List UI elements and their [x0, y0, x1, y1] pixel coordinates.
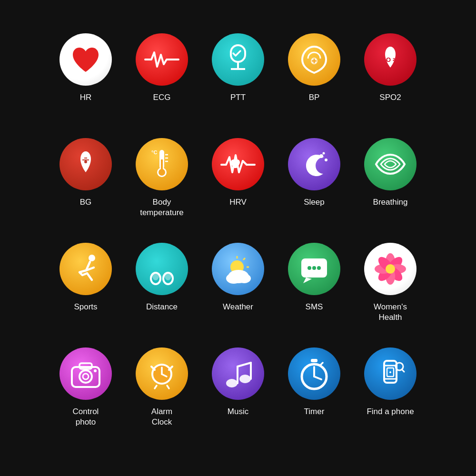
label-controlphoto: Control photo	[73, 407, 99, 427]
svg-point-35	[307, 266, 311, 270]
svg-text:°C: °C	[151, 149, 157, 155]
label-findphone: Find a phone	[367, 407, 414, 417]
svg-point-26	[165, 272, 171, 280]
label-bg: BG	[80, 197, 92, 208]
label-ptt: PTT	[230, 92, 246, 103]
svg-line-68	[314, 377, 321, 379]
label-bp: BP	[309, 92, 320, 103]
heart-icon-circle[interactable]	[60, 33, 112, 86]
timer-icon-circle[interactable]	[288, 347, 340, 400]
ptt-icon-circle[interactable]	[212, 33, 264, 86]
sms-icon-circle[interactable]	[288, 243, 340, 295]
svg-point-49	[79, 370, 92, 383]
label-hrv: HRV	[229, 197, 247, 208]
item-bg[interactable]: BG	[48, 133, 124, 238]
flower-icon-circle[interactable]	[364, 243, 416, 295]
svg-point-12	[159, 169, 165, 176]
item-bp[interactable]: BP	[276, 29, 352, 133]
label-timer: Timer	[304, 407, 325, 417]
label-spo2: SPO2	[379, 92, 401, 103]
label-womenshealth: Women's Health	[374, 302, 407, 323]
svg-point-17	[319, 154, 323, 158]
app-grid: HRECG PTT BP O 2 SPO2 BG	[38, 19, 438, 457]
item-hr[interactable]: HR	[48, 29, 124, 133]
svg-point-46	[386, 264, 395, 274]
item-womenshealth[interactable]: Women's Health	[352, 238, 428, 343]
label-weather: Weather	[223, 302, 253, 312]
label-hr: HR	[80, 92, 92, 103]
svg-point-51	[94, 369, 97, 372]
thermometer-icon-circle[interactable]: °C	[136, 138, 188, 190]
svg-point-19	[323, 152, 325, 155]
svg-point-18	[325, 159, 327, 161]
label-distance: Distance	[146, 302, 178, 312]
item-sms[interactable]: SMS	[276, 238, 352, 343]
item-distance[interactable]: Distance	[124, 238, 200, 343]
item-timer[interactable]: Timer	[276, 343, 352, 447]
label-music: Music	[228, 407, 248, 417]
svg-line-30	[243, 258, 245, 260]
label-alarmclock: Alarm Clock	[151, 407, 172, 427]
label-sleep: Sleep	[304, 197, 324, 208]
item-music[interactable]: Music	[200, 343, 276, 447]
item-controlphoto[interactable]: Control photo	[48, 343, 124, 447]
svg-line-58	[155, 386, 157, 388]
item-sleep[interactable]: Sleep	[276, 133, 352, 238]
item-sports[interactable]: Sports	[48, 238, 124, 343]
item-breathing[interactable]: Breathing	[352, 133, 428, 238]
item-spo2[interactable]: O 2 SPO2	[352, 29, 428, 133]
camera-icon-circle[interactable]	[60, 347, 112, 400]
sleep-icon-circle[interactable]	[288, 138, 340, 190]
label-ecg: ECG	[153, 92, 171, 103]
bp-icon-circle[interactable]	[288, 33, 340, 86]
bg-icon-circle[interactable]	[60, 138, 112, 190]
weather-icon-circle[interactable]	[212, 243, 264, 295]
sports-icon-circle[interactable]	[60, 243, 112, 295]
svg-line-64	[238, 363, 251, 367]
svg-point-37	[317, 266, 321, 270]
alarm-icon-circle[interactable]	[136, 347, 188, 400]
svg-line-77	[402, 369, 404, 372]
svg-point-25	[152, 272, 159, 280]
label-sms: SMS	[306, 302, 323, 312]
svg-point-36	[312, 266, 316, 270]
label-breathing: Breathing	[373, 197, 408, 208]
svg-point-8	[84, 160, 87, 163]
breathing-icon-circle[interactable]	[364, 138, 416, 190]
item-ptt[interactable]: PTT	[200, 29, 276, 133]
ecg-icon-circle[interactable]	[136, 33, 188, 86]
label-bodytemp: Body temperature	[140, 197, 184, 218]
svg-text:O: O	[386, 56, 391, 63]
svg-point-20	[89, 255, 95, 261]
hrv-icon-circle[interactable]	[212, 138, 264, 190]
svg-point-60	[226, 379, 238, 387]
findphone-icon-circle[interactable]	[364, 347, 416, 400]
item-bodytemp[interactable]: °C Body temperature	[124, 133, 200, 238]
svg-point-50	[83, 374, 89, 379]
label-sports: Sports	[74, 302, 97, 312]
item-findphone[interactable]: Find a phone	[352, 343, 428, 447]
item-ecg[interactable]: ECG	[124, 29, 200, 133]
distance-icon-circle[interactable]	[136, 243, 188, 295]
svg-rect-65	[311, 359, 317, 362]
svg-line-59	[167, 386, 169, 388]
svg-line-69	[320, 363, 323, 365]
svg-point-33	[238, 274, 251, 283]
item-weather[interactable]: Weather	[200, 238, 276, 343]
svg-rect-11	[161, 159, 163, 170]
item-hrv[interactable]: HRV	[200, 133, 276, 238]
svg-point-61	[239, 375, 251, 383]
spo2-icon-circle[interactable]: O 2	[364, 33, 416, 86]
item-alarmclock[interactable]: Alarm Clock	[124, 343, 200, 447]
music-icon-circle[interactable]	[212, 347, 264, 400]
svg-text:2: 2	[393, 57, 395, 62]
